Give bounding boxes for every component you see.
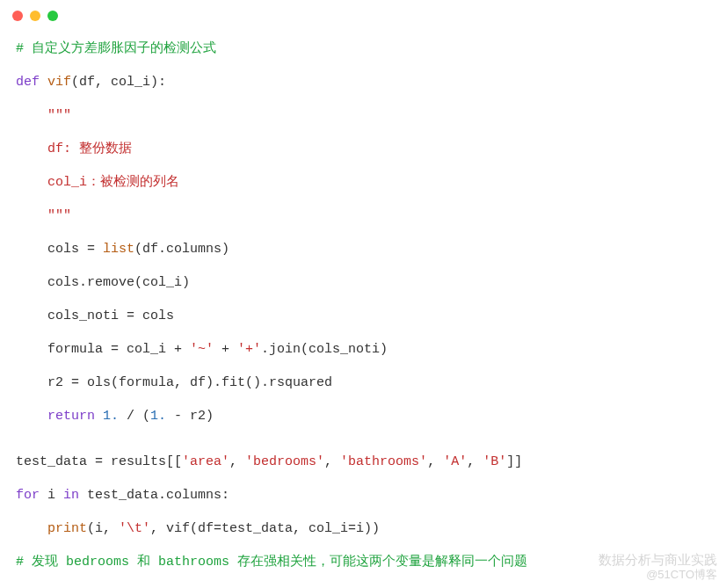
- string: '\t': [119, 521, 150, 536]
- code-line: formula = col_i + '~' + '+'.join(cols_no…: [16, 339, 710, 360]
- keyword-def: def: [16, 75, 40, 90]
- code-text: [16, 208, 47, 223]
- keyword-for: for: [16, 488, 40, 503]
- code-text: [16, 521, 47, 536]
- code-line: """: [16, 206, 710, 227]
- code-text: .join(cols_noti): [261, 342, 388, 357]
- code-text: / (: [119, 409, 150, 424]
- code-line: return 1. / (1. - r2): [16, 406, 710, 427]
- watermark-line1: 数据分析与商业实践: [599, 551, 717, 569]
- watermark-line2: @51CTO博客: [599, 568, 717, 583]
- code-line: cols.remove(col_i): [16, 272, 710, 294]
- blank-line: [16, 439, 710, 443]
- code-text: ,: [324, 454, 340, 469]
- comment: # 自定义方差膨胀因子的检测公式: [16, 41, 216, 56]
- code-text: cols_noti = cols: [16, 309, 174, 323]
- code-text: ,: [467, 454, 483, 469]
- code-line: cols = list(df.columns): [16, 239, 710, 260]
- code-line: print(i, '\t', vif(df=test_data, col_i=i…: [16, 519, 710, 540]
- code-text: ,: [427, 454, 443, 469]
- code-text: formula = col_i +: [16, 342, 190, 357]
- string: 'A': [443, 454, 467, 469]
- code-text: cols =: [16, 242, 103, 257]
- code-text: - r2): [166, 409, 214, 424]
- string: 'B': [483, 454, 506, 469]
- docstring: col_i：被检测的列名: [16, 175, 179, 190]
- code-text: ]]: [506, 454, 522, 469]
- code-line: # 自定义方差膨胀因子的检测公式: [16, 39, 710, 60]
- code-text: r2 = ols(formula, df).fit().rsquared: [16, 375, 332, 390]
- code-text: [16, 108, 47, 123]
- code-line: cols_noti = cols: [16, 306, 710, 327]
- code-line: col_i：被检测的列名: [16, 172, 710, 193]
- func-name: vif: [40, 75, 71, 90]
- maximize-icon[interactable]: [47, 11, 58, 21]
- docstring: """: [47, 108, 71, 123]
- window-controls: [0, 0, 726, 26]
- code-text: , vif(df=test_data, col_i=i)): [150, 521, 380, 536]
- code-text: ,: [229, 454, 245, 469]
- number: 1.: [103, 409, 119, 424]
- close-icon[interactable]: [12, 11, 23, 21]
- code-line: test_data = results[['area', 'bedrooms',…: [16, 452, 710, 473]
- code-text: i: [40, 488, 63, 503]
- comment: # 发现 bedrooms 和 bathrooms 存在强相关性，可能这两个变量…: [16, 555, 527, 570]
- string: '~': [190, 342, 214, 357]
- string: 'bathrooms': [340, 454, 427, 469]
- code-text: test_data.columns:: [79, 488, 229, 503]
- minimize-icon[interactable]: [30, 11, 40, 21]
- string: '+': [237, 342, 261, 357]
- string: 'area': [182, 454, 229, 469]
- docstring: """: [47, 208, 71, 223]
- code-line: def vif(df, col_i):: [16, 72, 710, 93]
- code-text: cols.remove(col_i): [16, 275, 190, 290]
- code-text: [95, 409, 103, 424]
- code-line: r2 = ols(formula, df).fit().rsquared: [16, 373, 710, 394]
- code-text: test_data = results[[: [16, 454, 182, 469]
- code-text: [16, 409, 47, 424]
- builtin: print: [47, 521, 87, 536]
- code-text: (i,: [87, 521, 119, 536]
- code-editor: # 自定义方差膨胀因子的检测公式 def vif(df, col_i): """…: [0, 26, 726, 573]
- keyword-in: in: [63, 488, 79, 503]
- code-line: """: [16, 105, 710, 127]
- keyword-return: return: [47, 409, 95, 424]
- docstring: df: 整份数据: [16, 142, 132, 156]
- code-line: df: 整份数据: [16, 139, 710, 160]
- builtin: list: [103, 242, 134, 257]
- code-text: (df, col_i):: [71, 75, 166, 90]
- code-text: +: [214, 342, 237, 357]
- watermark: 数据分析与商业实践 @51CTO博客: [599, 551, 717, 583]
- string: 'bedrooms': [245, 454, 324, 469]
- code-text: (df.columns): [134, 242, 229, 257]
- number: 1.: [150, 409, 166, 424]
- code-line: for i in test_data.columns:: [16, 485, 710, 506]
